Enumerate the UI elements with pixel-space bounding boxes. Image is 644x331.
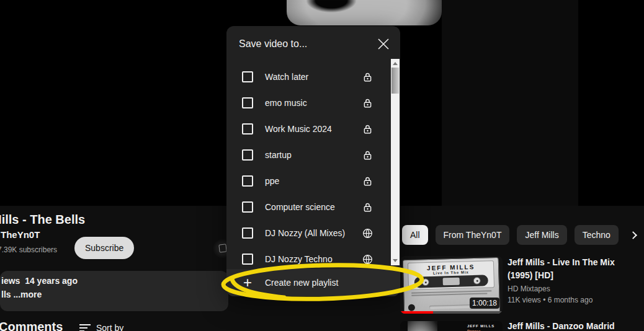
playlist-row[interactable]: DJ Nozzy Techno [226,246,400,272]
related-video-title[interactable]: Jeff Mills - Live In The Mix (1995) [HD] [508,256,642,282]
lock-icon [362,176,373,187]
playlist-label: Watch later [265,72,362,82]
playlist-label: Computer science [265,202,362,212]
sort-icon [79,322,91,331]
playlist-checkbox[interactable] [242,254,253,265]
sort-by-label: Sort by [96,323,123,331]
playlist-row[interactable]: ppe [226,168,400,194]
playlist-list: Watch later emo music Work Music 2024 st… [226,64,400,272]
save-video-dialog: Save video to... Watch later emo music W… [226,26,400,296]
share-icon-glyph [218,244,226,252]
playlist-label: Work Music 2024 [265,124,362,134]
playlist-label: DJ Nozzy Techno [265,254,362,264]
globe-icon [362,228,373,239]
scrollbar-down-arrow-icon[interactable] [393,259,398,262]
related-video-thumbnail[interactable]: JEFF MILLS Live In The Mix 1:00:18 [400,256,503,314]
filter-chip[interactable]: Jeff Mills [517,225,566,245]
scrollbar-thumb[interactable] [391,68,399,94]
related-video-title[interactable]: Jeff Mills - Danzoo Madrid [508,320,642,331]
dialog-title: Save video to... [239,38,307,50]
watch-progress-bar [400,311,433,314]
related-video-channel[interactable]: HD Mixtapes [508,285,550,293]
channel-subscriber-count: 7.39K subscribers [0,245,57,254]
playlist-checkbox[interactable] [242,71,253,82]
subscribe-button[interactable]: Subscribe [74,237,134,259]
youtube-watch-page: Mills - The Bells TheYn0T 7.39K subscrib… [0,0,644,331]
related-video-meta: 11K views • 6 months ago [508,296,593,304]
thumbnail-photo-fragment [408,321,437,331]
filter-chip[interactable]: Techno [575,225,619,245]
globe-icon [362,254,373,265]
video-frame-face-fragment [287,0,442,25]
video-views-date-text: iews 14 years ago [1,276,78,286]
thumbnail-title-text: JEFF MILLS [467,324,494,328]
channel-name[interactable]: TheYn0T [1,229,40,240]
create-new-playlist-button[interactable]: + Create new playlist [226,269,400,296]
description-box[interactable]: iews 14 years ago lls ...more [0,271,228,311]
lock-icon [362,124,373,135]
playlist-label: DJ Nozzy (All Mixes) [265,228,362,238]
lock-icon [362,72,373,82]
playlist-label: startup [265,150,362,160]
scrollbar-up-arrow-icon[interactable] [393,62,398,65]
playlist-label: ppe [265,176,362,186]
playlist-row[interactable]: emo music [226,90,400,116]
playlist-row[interactable]: Work Music 2024 [226,116,400,142]
filter-chip[interactable]: From TheYn0T [436,225,510,245]
chevron-right-icon [629,231,637,239]
dialog-scrollbar[interactable] [391,59,400,265]
playlist-checkbox[interactable] [242,97,253,108]
lock-icon [362,150,373,161]
filter-chip-bar: AllFrom TheYn0TJeff MillsTechno [402,225,619,245]
plus-icon: + [242,276,253,289]
playlist-label: emo music [265,98,362,108]
playlist-checkbox[interactable] [242,227,253,239]
related-video-thumbnail[interactable]: JEFF MILLS Danzoo [400,321,503,331]
lock-icon [362,98,373,108]
watch-progress-track [400,311,503,314]
playlist-checkbox[interactable] [242,123,253,135]
duration-badge: 1:00:18 [470,298,499,309]
video-title: Mills - The Bells [0,213,85,227]
create-new-playlist-label: Create new playlist [265,278,338,288]
lock-icon [362,202,373,213]
comments-heading: Comments [0,320,63,331]
playlist-row[interactable]: DJ Nozzy (All Mixes) [226,220,400,246]
playlist-checkbox[interactable] [242,175,253,187]
playlist-row[interactable]: Computer science [226,194,400,220]
playlist-row[interactable]: Watch later [226,64,400,90]
playlist-checkbox[interactable] [242,201,253,213]
playlist-checkbox[interactable] [242,149,253,161]
description-more-text[interactable]: lls ...more [1,289,42,299]
filter-chip[interactable]: All [402,225,428,245]
chips-scroll-right-button[interactable] [627,229,641,242]
video-frame-band [442,0,578,206]
share-icon[interactable] [212,239,226,258]
close-icon[interactable] [375,36,391,52]
sort-by-button[interactable]: Sort by [79,322,123,331]
playlist-row[interactable]: startup [226,142,400,168]
